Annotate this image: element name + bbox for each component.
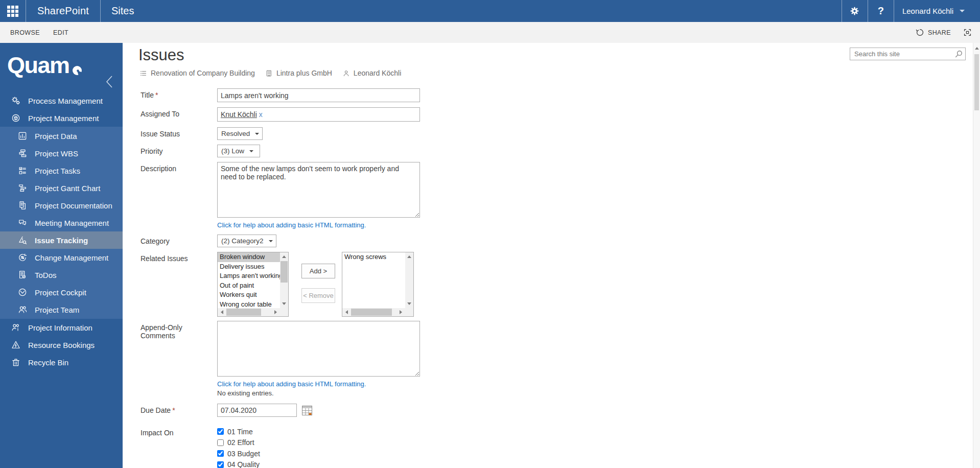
user-menu[interactable]: Leonard Köchli <box>894 0 973 22</box>
vertical-scrollbar[interactable] <box>405 252 413 308</box>
sidebar-item-process-management[interactable]: Process Management <box>0 92 123 109</box>
impact-option-budget[interactable]: 03 Budget <box>217 448 559 459</box>
listbox-option[interactable]: Workers quit <box>218 290 280 300</box>
sidebar-collapse-button[interactable] <box>105 75 113 91</box>
assigned-person-link[interactable]: Knut Köchli <box>221 110 257 119</box>
assigned-to-picker[interactable]: Knut Köchlix <box>217 107 420 122</box>
listbox-items: Wrong screws <box>342 252 405 308</box>
scrollbar-corner <box>405 308 413 316</box>
scrollbar-thumb[interactable] <box>281 261 288 283</box>
listbox-option[interactable]: Lamps aren't working <box>218 271 280 281</box>
sidebar: Quam Process Management Project Ma <box>0 43 123 468</box>
tab-browse[interactable]: BROWSE <box>10 29 40 36</box>
listbox-option[interactable]: Delivery issues <box>218 262 280 272</box>
listbox-option[interactable]: Wrong screws <box>342 252 405 262</box>
priority-select[interactable]: (3) Low <box>217 145 260 157</box>
app-launcher-button[interactable] <box>0 0 26 22</box>
remove-person-button[interactable]: x <box>259 110 263 119</box>
sidebar-item-label: Process Management <box>28 97 103 105</box>
todos-icon <box>17 270 28 280</box>
sidebar-item-project-gantt-chart[interactable]: Project Gantt Chart <box>0 179 123 197</box>
listbox-option[interactable]: Out of paint <box>218 281 280 291</box>
search-input[interactable] <box>850 50 955 58</box>
checkbox[interactable] <box>217 461 224 468</box>
impact-option-quality[interactable]: 04 Quality <box>217 459 559 468</box>
sidebar-item-todos[interactable]: ToDos <box>0 266 123 284</box>
breadcrumb-item-company[interactable]: Lintra plus GmbH <box>265 69 332 77</box>
date-picker-button[interactable] <box>302 406 312 415</box>
listbox-option[interactable]: Wrong color table <box>218 300 280 309</box>
sidebar-item-issue-tracking[interactable]: Issue Tracking <box>0 231 123 249</box>
scroll-left-button[interactable] <box>218 308 226 316</box>
sidebar-item-resource-bookings[interactable]: Resource Bookings <box>0 336 123 354</box>
sharepoint-brand-link[interactable]: SharePoint <box>26 0 100 22</box>
issue-status-select[interactable]: Resolved <box>217 127 263 140</box>
focus-on-content-button[interactable] <box>963 28 972 37</box>
quam-logo[interactable]: Quam <box>0 43 123 80</box>
project-information-icon <box>10 322 21 333</box>
listbox-buttons: Add > < Remove <box>301 264 335 303</box>
sidebar-item-project-cockpit[interactable]: Project Cockpit <box>0 284 123 301</box>
horizontal-scrollbar[interactable] <box>342 308 405 316</box>
add-button[interactable]: Add > <box>301 264 335 278</box>
checkbox[interactable] <box>217 428 224 435</box>
category-select[interactable]: (2) Category2 <box>217 235 276 247</box>
scrollbar-thumb[interactable] <box>226 309 261 316</box>
sidebar-item-project-data[interactable]: Project Data <box>0 127 123 145</box>
required-mark: * <box>155 91 158 99</box>
comments-textarea[interactable] <box>217 321 420 377</box>
vertical-scrollbar[interactable] <box>280 252 288 308</box>
html-formatting-help-link[interactable]: Click for help about adding basic HTML f… <box>217 221 559 229</box>
tab-edit[interactable]: EDIT <box>53 29 68 36</box>
chevron-left-icon <box>105 75 113 89</box>
checkbox[interactable] <box>217 450 224 457</box>
breadcrumb-item-user[interactable]: Leonard Köchli <box>342 69 401 77</box>
user-name: Leonard Köchli <box>902 7 953 15</box>
sidebar-item-project-team[interactable]: Project Team <box>0 301 123 318</box>
description-textarea[interactable]: Some of the new lamps don't seem to work… <box>217 162 420 218</box>
sidebar-item-recycle-bin[interactable]: Recycle Bin <box>0 354 123 371</box>
scroll-down-button[interactable] <box>280 300 288 308</box>
impact-option-time[interactable]: 01 Time <box>217 426 559 437</box>
horizontal-scrollbar[interactable] <box>218 308 280 316</box>
sidebar-item-project-documentation[interactable]: Project Documentation <box>0 197 123 214</box>
due-date-input[interactable] <box>217 404 297 417</box>
selected-value: (3) Low <box>221 147 244 155</box>
related-issues-selected-listbox[interactable]: Wrong screws <box>342 252 414 317</box>
search-button[interactable] <box>955 50 963 58</box>
title-input[interactable] <box>217 88 420 102</box>
sites-link[interactable]: Sites <box>101 0 145 22</box>
scrollbar-thumb[interactable] <box>974 54 979 110</box>
sidebar-item-project-wbs[interactable]: Project WBS <box>0 145 123 162</box>
scroll-up-button[interactable] <box>405 252 413 261</box>
sidebar-item-project-information[interactable]: Project Information <box>0 319 123 336</box>
sidebar-item-label: Project Documentation <box>35 201 112 210</box>
settings-button[interactable] <box>842 0 868 22</box>
page-scrollbar[interactable] <box>973 43 980 468</box>
scroll-up-button[interactable] <box>280 252 288 261</box>
sidebar-item-meeting-management[interactable]: Meeting Management <box>0 214 123 231</box>
remove-button[interactable]: < Remove <box>301 288 335 303</box>
help-button[interactable]: ? <box>868 0 894 22</box>
listbox-option[interactable]: Broken window <box>218 252 280 262</box>
scroll-right-button[interactable] <box>272 308 280 316</box>
scroll-down-button[interactable] <box>405 300 413 308</box>
selected-value: (2) Category2 <box>221 237 264 245</box>
related-issues-available-listbox[interactable]: Broken window Delivery issues Lamps aren… <box>217 252 289 317</box>
resource-bookings-icon <box>10 340 21 350</box>
sidebar-item-change-management[interactable]: Change Management <box>0 249 123 266</box>
sidebar-item-project-management[interactable]: Project Management <box>0 109 123 127</box>
scrollbar-thumb[interactable] <box>351 309 392 316</box>
share-button[interactable]: SHARE <box>916 28 951 37</box>
impact-option-effort[interactable]: 02 Effort <box>217 437 559 449</box>
scroll-up-button[interactable] <box>973 44 980 52</box>
sidebar-item-project-tasks[interactable]: Project Tasks <box>0 162 123 179</box>
field-priority: Priority (3) Low <box>141 145 559 157</box>
breadcrumb-item-project[interactable]: Renovation of Company Building <box>139 69 255 77</box>
issue-tracking-icon <box>17 235 28 245</box>
html-formatting-help-link[interactable]: Click for help about adding basic HTML f… <box>217 380 559 388</box>
scroll-left-button[interactable] <box>342 308 351 316</box>
sidebar-item-label: Project Gantt Chart <box>35 184 100 193</box>
checkbox[interactable] <box>217 439 224 446</box>
scroll-right-button[interactable] <box>397 308 405 316</box>
